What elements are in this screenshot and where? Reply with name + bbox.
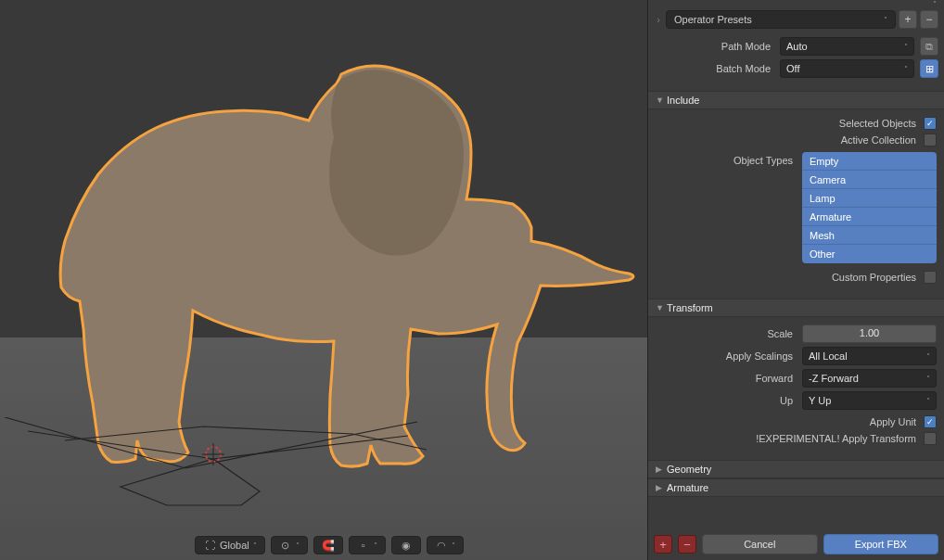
selected-objects-label: Selected Objects (839, 118, 916, 129)
active-collection-checkbox[interactable] (924, 134, 937, 146)
footer-add-button[interactable]: + (654, 535, 672, 554)
disclosure-down-icon: ▼ (656, 303, 667, 312)
path-mode-dropdown[interactable]: Auto˅ (780, 37, 914, 56)
panel-caret-icon[interactable]: › (654, 14, 663, 25)
batch-mode-label: Batch Mode (654, 63, 774, 74)
cancel-button[interactable]: Cancel (702, 534, 818, 554)
path-mode-icon-button[interactable]: ⧉ (920, 37, 938, 56)
path-mode-label: Path Mode (654, 41, 774, 52)
3d-viewport[interactable]: ⛶ Global ˅ ⊙˅ 🧲 ▫˅ ◉ ◠˅ (0, 0, 647, 560)
apply-scalings-label: Apply Scalings (656, 350, 797, 362)
orientation-dropdown[interactable]: ⛶ Global ˅ (195, 536, 265, 554)
scale-field[interactable]: 1.00 (802, 325, 937, 343)
proportional-toggle[interactable]: ◉ (391, 536, 421, 554)
panel-footer: + − Cancel Export FBX (648, 528, 944, 560)
apply-unit-label: Apply Unit (870, 416, 916, 427)
snap-dropdown[interactable]: ▫˅ (349, 536, 386, 554)
operator-presets-dropdown[interactable]: Operator Presets ˅ (666, 10, 896, 29)
export-panel: ˅ › Operator Presets ˅ + − Path Mode Aut… (647, 0, 944, 560)
selected-objects-checkbox[interactable] (924, 117, 937, 130)
batch-own-dir-button[interactable]: ⊞ (920, 59, 938, 78)
scale-label: Scale (656, 328, 797, 339)
presets-label: Operator Presets (674, 14, 752, 25)
pivot-dropdown[interactable]: ⊙˅ (271, 536, 308, 554)
include-section-header[interactable]: ▼ Include (648, 91, 944, 109)
orientation-icon: ⛶ (203, 539, 216, 552)
object-types-label: Object Types (656, 152, 797, 166)
export-fbx-button[interactable]: Export FBX (823, 534, 939, 554)
include-title: Include (667, 95, 699, 106)
orientation-label: Global (220, 540, 249, 551)
transform-title: Transform (667, 302, 713, 313)
object-type-lamp[interactable]: Lamp (802, 189, 937, 208)
proportional-dropdown[interactable]: ◠˅ (427, 536, 464, 554)
disclosure-down-icon: ▼ (656, 95, 667, 105)
proportional-icon: ◉ (400, 539, 413, 552)
geometry-section-header[interactable]: ▶ Geometry (648, 460, 944, 478)
pivot-icon: ⊙ (279, 539, 292, 552)
object-types-list: Empty Camera Lamp Armature Mesh Other (802, 152, 937, 263)
up-dropdown[interactable]: Y Up˅ (802, 391, 937, 410)
forward-label: Forward (656, 373, 797, 384)
disclosure-right-icon: ▶ (656, 483, 667, 492)
folder-icon: ⊞ (923, 62, 936, 75)
object-type-armature[interactable]: Armature (802, 208, 937, 226)
custom-properties-label: Custom Properties (832, 272, 916, 283)
preset-add-button[interactable]: + (899, 10, 917, 29)
snap-element-icon: ▫ (357, 539, 370, 552)
falloff-icon: ◠ (435, 539, 448, 552)
copy-icon: ⧉ (923, 40, 936, 53)
armature-section-header[interactable]: ▶ Armature (648, 478, 944, 497)
batch-mode-dropdown[interactable]: Off˅ (780, 59, 914, 78)
active-collection-label: Active Collection (841, 134, 916, 146)
up-label: Up (656, 395, 797, 406)
object-type-other[interactable]: Other (802, 245, 937, 263)
viewport-toolbar: ⛶ Global ˅ ⊙˅ 🧲 ▫˅ ◉ ◠˅ (195, 536, 464, 554)
armature-title: Armature (667, 482, 708, 493)
footer-remove-button[interactable]: − (678, 535, 696, 554)
experimental-checkbox[interactable] (924, 432, 937, 445)
experimental-label: !EXPERIMENTAL! Apply Transform (756, 433, 916, 444)
disclosure-right-icon: ▶ (656, 465, 667, 474)
apply-scalings-dropdown[interactable]: All Local˅ (802, 347, 937, 365)
magnet-icon: 🧲 (322, 539, 335, 552)
object-type-mesh[interactable]: Mesh (802, 226, 937, 245)
geometry-title: Geometry (667, 464, 711, 475)
custom-properties-checkbox[interactable] (924, 271, 937, 284)
panel-collapse-icon[interactable]: ˅ (933, 0, 937, 8)
object-type-camera[interactable]: Camera (802, 171, 937, 189)
object-type-empty[interactable]: Empty (802, 152, 937, 171)
forward-dropdown[interactable]: -Z Forward˅ (802, 369, 937, 388)
apply-unit-checkbox[interactable] (924, 415, 937, 428)
snap-toggle[interactable]: 🧲 (313, 536, 343, 554)
preset-remove-button[interactable]: − (920, 10, 938, 29)
3d-cursor-widget (0, 417, 454, 538)
transform-section-header[interactable]: ▼ Transform (648, 299, 944, 317)
